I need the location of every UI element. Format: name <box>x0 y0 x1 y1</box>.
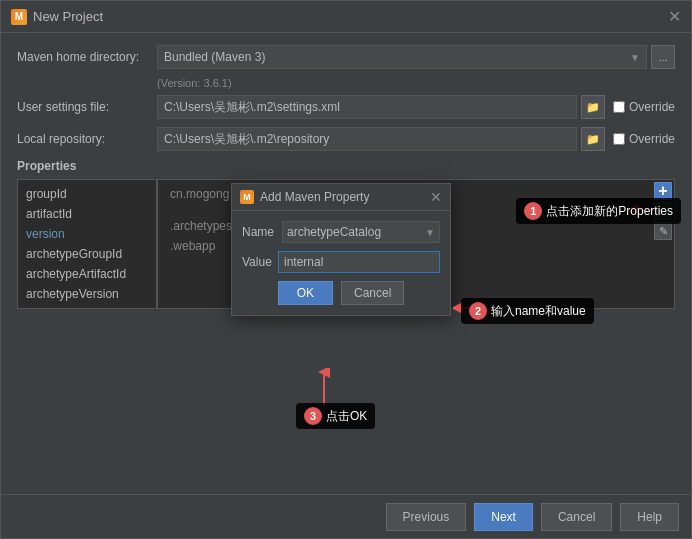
local-repo-label: Local repository: <box>17 132 157 146</box>
user-settings-override-checkbox[interactable] <box>613 101 625 113</box>
user-settings-input-container: 📁 Override <box>157 95 675 119</box>
maven-home-input-container: Bundled (Maven 3) ▼ ... <box>157 45 675 69</box>
property-version[interactable]: version <box>18 224 156 244</box>
edit-property-button[interactable]: ✎ <box>654 222 672 240</box>
previous-button[interactable]: Previous <box>386 503 467 531</box>
user-settings-override-label: Override <box>613 100 675 114</box>
add-property-button[interactable]: + <box>654 182 672 200</box>
local-repo-browse-button[interactable]: 📁 <box>581 127 605 151</box>
modal-value-input[interactable] <box>278 251 440 273</box>
maven-home-browse-button[interactable]: ... <box>651 45 675 69</box>
version-note: (Version: 3.6.1) <box>157 77 675 89</box>
modal-icon: M <box>240 190 254 204</box>
properties-buttons: + − ✎ <box>652 180 674 242</box>
property-archetypeversion[interactable]: archetypeVersion <box>18 284 156 304</box>
maven-home-dropdown-arrow: ▼ <box>630 52 640 63</box>
content-area: Maven home directory: Bundled (Maven 3) … <box>1 33 691 494</box>
properties-key-panel: groupId artifactId version archetypeGrou… <box>17 179 157 309</box>
modal-name-dropdown-arrow: ▼ <box>425 227 435 238</box>
next-button[interactable]: Next <box>474 503 533 531</box>
user-settings-label: User settings file: <box>17 100 157 114</box>
properties-section-title: Properties <box>17 159 675 173</box>
title-bar-left: M New Project <box>11 9 103 25</box>
maven-home-row: Maven home directory: Bundled (Maven 3) … <box>17 45 675 69</box>
user-settings-input[interactable] <box>157 95 577 119</box>
help-button[interactable]: Help <box>620 503 679 531</box>
app-icon: M <box>11 9 27 25</box>
arrow-to-ok-button <box>317 368 331 411</box>
modal-title-bar: M Add Maven Property ✕ <box>232 184 450 211</box>
local-repo-row: Local repository: 📁 Override <box>17 127 675 151</box>
property-archetypeartifactid[interactable]: archetypeArtifactId <box>18 264 156 284</box>
local-repo-override-checkbox[interactable] <box>613 133 625 145</box>
user-settings-row: User settings file: 📁 Override <box>17 95 675 119</box>
main-window: M New Project ✕ Maven home directory: Bu… <box>0 0 692 539</box>
annotation-num-3: 3 <box>304 407 322 425</box>
modal-ok-button[interactable]: OK <box>278 281 333 305</box>
property-artifactid[interactable]: artifactId <box>18 204 156 224</box>
maven-home-dropdown[interactable]: Bundled (Maven 3) ▼ <box>157 45 647 69</box>
maven-home-label: Maven home directory: <box>17 50 157 64</box>
modal-cancel-button[interactable]: Cancel <box>341 281 404 305</box>
local-repo-override-label: Override <box>613 132 675 146</box>
modal-close-button[interactable]: ✕ <box>430 190 442 204</box>
annotation-3: 3 点击OK <box>296 403 375 429</box>
property-groupid[interactable]: groupId <box>18 184 156 204</box>
modal-name-select[interactable]: archetypeCatalog ▼ <box>282 221 440 243</box>
modal-title-left: M Add Maven Property <box>240 190 369 204</box>
window-title: New Project <box>33 9 103 24</box>
cancel-button[interactable]: Cancel <box>541 503 612 531</box>
modal-name-row: Name archetypeCatalog ▼ <box>242 221 440 243</box>
properties-key-list: groupId artifactId version archetypeGrou… <box>18 180 156 308</box>
modal-title: Add Maven Property <box>260 190 369 204</box>
local-repo-input[interactable] <box>157 127 577 151</box>
modal-value-label: Value <box>242 255 278 269</box>
modal-buttons: OK Cancel <box>242 281 440 305</box>
modal-body: Name archetypeCatalog ▼ Value OK Cancel <box>232 211 450 315</box>
modal-name-label: Name <box>242 225 282 239</box>
add-maven-property-modal: M Add Maven Property ✕ Name archetypeCat… <box>231 183 451 316</box>
bottom-bar: Previous Next Cancel Help <box>1 494 691 538</box>
user-settings-browse-button[interactable]: 📁 <box>581 95 605 119</box>
property-archetypegroupid[interactable]: archetypeGroupId <box>18 244 156 264</box>
local-repo-input-container: 📁 Override <box>157 127 675 151</box>
remove-property-button[interactable]: − <box>654 202 672 220</box>
modal-value-row: Value <box>242 251 440 273</box>
title-bar: M New Project ✕ <box>1 1 691 33</box>
close-button[interactable]: ✕ <box>667 10 681 24</box>
